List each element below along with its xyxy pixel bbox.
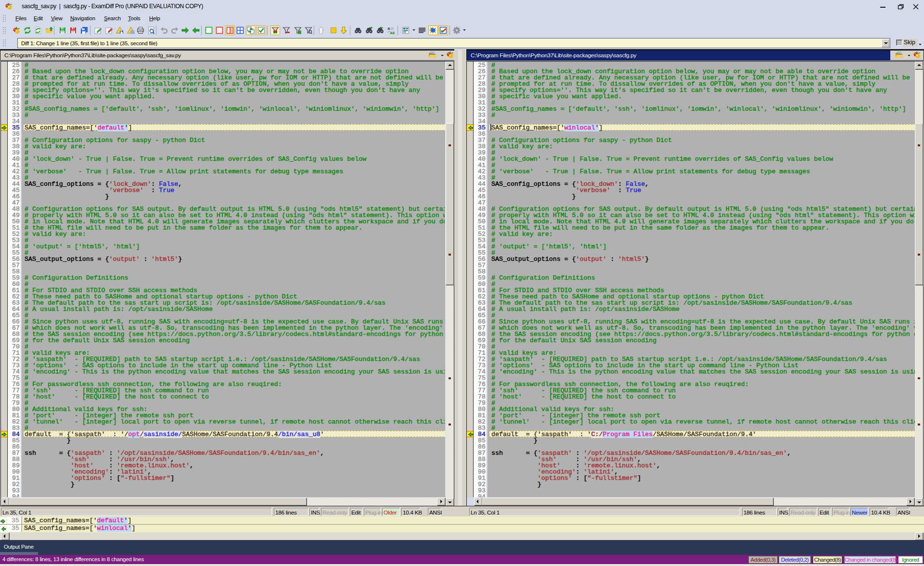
svg-text:AB: AB: [390, 31, 395, 35]
